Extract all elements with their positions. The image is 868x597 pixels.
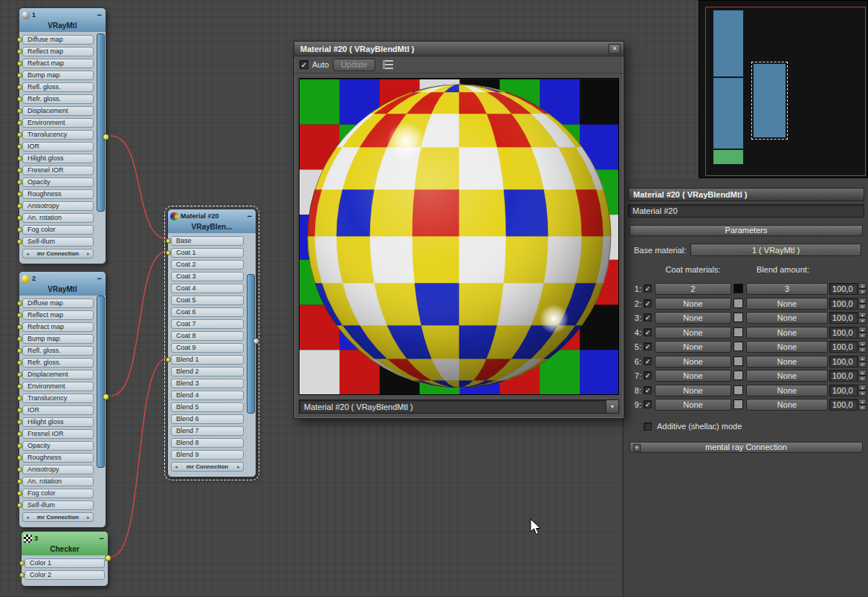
input-socket[interactable] (17, 192, 22, 197)
blend-amount-field[interactable]: 100,0 (829, 341, 858, 353)
coat-material-button-8[interactable]: None (655, 385, 731, 397)
spinner-up-icon[interactable]: ▲ (858, 370, 867, 376)
slot-coat-8[interactable]: Coat 8 (171, 331, 244, 341)
color-swatch[interactable] (733, 327, 743, 337)
coat-enable-checkbox[interactable]: ✓ (644, 371, 652, 379)
blend-amount-field[interactable]: 100,0 (829, 385, 858, 397)
input-socket[interactable] (17, 384, 22, 389)
minimap-node-rect[interactable] (713, 10, 744, 77)
slot-reflect-map[interactable]: Reflect map (22, 310, 94, 320)
slot-refr-gloss[interactable]: Refr. gloss. (22, 358, 94, 368)
output-socket[interactable] (103, 134, 109, 140)
coat-material-button-7[interactable]: None (655, 370, 731, 382)
input-socket[interactable] (17, 431, 22, 437)
coat-enable-checkbox[interactable]: ✓ (644, 357, 652, 365)
base-material-button[interactable]: 1 ( VRayMtl ) (690, 244, 861, 256)
connection-wire[interactable] (111, 358, 168, 557)
blend-material-button-4[interactable]: None (746, 327, 828, 339)
panel-titlebar[interactable]: Material #20 ( VRayBlendMtl ) (628, 188, 864, 201)
blend-material-button-8[interactable]: None (746, 385, 828, 397)
slot-blend-3[interactable]: Blend 3 (171, 379, 244, 388)
chevron-down-icon[interactable]: ▼ (606, 400, 618, 413)
slot-ior[interactable]: IOR (22, 142, 94, 151)
slot-blend-2[interactable]: Blend 2 (171, 367, 244, 376)
spinner-up-icon[interactable]: ▲ (858, 356, 867, 362)
slot-refract-map[interactable]: Refract map (22, 322, 94, 332)
coat-material-button-3[interactable]: None (655, 312, 731, 324)
input-socket[interactable] (19, 572, 25, 578)
options-icon[interactable] (383, 60, 393, 69)
slot-bump-map[interactable]: Bump map (22, 334, 94, 344)
color-swatch[interactable] (733, 298, 743, 308)
color-swatch[interactable] (733, 284, 743, 293)
input-socket[interactable] (17, 49, 22, 54)
slot-blend-7[interactable]: Blend 7 (171, 426, 244, 436)
slot-coat-7[interactable]: Coat 7 (171, 319, 244, 329)
slot-self-illum[interactable]: Self-illum (22, 500, 94, 510)
spinner-up-icon[interactable]: ▲ (858, 312, 867, 318)
input-socket[interactable] (166, 238, 171, 244)
slot-displacement[interactable]: Displacement (22, 370, 94, 379)
spinner-down-icon[interactable]: ▼ (858, 318, 867, 324)
mr-connection-slot[interactable]: ◄mr Connection► (171, 462, 244, 472)
slot-environment[interactable]: Environment (22, 118, 94, 128)
navigator-minimap[interactable] (699, 0, 868, 178)
blend-amount-field[interactable]: 100,0 (829, 312, 858, 324)
slot-coat-9[interactable]: Coat 9 (171, 343, 244, 353)
slot-anisotropy[interactable]: Anisotropy (22, 465, 94, 474)
slot-hilight-gloss[interactable]: Hilight gloss (22, 417, 94, 427)
blend-amount-field[interactable]: 100,0 (829, 356, 858, 368)
spinner-up-icon[interactable]: ▲ (858, 327, 867, 333)
node-checker-3[interactable]: 3−CheckerColor 1Color 2 (21, 531, 108, 587)
spinner-down-icon[interactable]: ▼ (858, 391, 867, 397)
coat-enable-checkbox[interactable]: ✓ (644, 386, 652, 394)
slot-opacity[interactable]: Opacity (22, 441, 94, 451)
slot-blend-9[interactable]: Blend 9 (171, 450, 244, 460)
input-socket[interactable] (17, 443, 22, 448)
mr-connection-slot[interactable]: ◄mr Connection► (22, 512, 94, 522)
input-socket[interactable] (17, 348, 22, 353)
spinner-down-icon[interactable]: ▼ (858, 347, 867, 353)
slot-opacity[interactable]: Opacity (22, 177, 94, 187)
slot-refl-gloss[interactable]: Refl. gloss. (22, 346, 94, 356)
input-socket[interactable] (17, 215, 22, 221)
input-socket[interactable] (17, 61, 22, 66)
coat-enable-checkbox[interactable]: ✓ (644, 313, 652, 322)
node-header[interactable]: 2−VRayMtl (19, 272, 106, 296)
slot-ior[interactable]: IOR (22, 405, 94, 415)
slot-roughness[interactable]: Roughness (22, 453, 94, 463)
blend-amount-field[interactable]: 100,0 (829, 298, 858, 310)
coat-material-button-5[interactable]: None (655, 341, 731, 353)
spinner-down-icon[interactable]: ▼ (858, 376, 867, 382)
color-swatch[interactable] (733, 399, 743, 409)
mr-connection-slot[interactable]: ◄mr Connection► (22, 249, 94, 258)
slot-blend-1[interactable]: Blend 1 (171, 355, 244, 365)
slate-material-editor-canvas[interactable]: 1−VRayMtlDiffuse mapReflect mapRefract m… (0, 0, 868, 597)
collapse-icon[interactable]: − (96, 275, 103, 282)
coat-material-button-1[interactable]: 2 (655, 283, 731, 295)
slot-coat-2[interactable]: Coat 2 (171, 260, 244, 270)
slot-anisotropy[interactable]: Anisotropy (22, 201, 94, 211)
slot-environment[interactable]: Environment (22, 382, 94, 391)
input-socket[interactable] (17, 408, 22, 413)
blend-amount-field[interactable]: 100,0 (829, 283, 858, 295)
node-header[interactable]: Material #20−VRayBlen... (168, 209, 256, 233)
spinner-up-icon[interactable]: ▲ (858, 341, 867, 347)
input-socket[interactable] (17, 301, 22, 306)
slot-fog-color[interactable]: Fog color (22, 225, 94, 235)
coat-material-button-9[interactable]: None (655, 399, 731, 411)
collapse-icon[interactable]: − (96, 12, 103, 19)
input-socket[interactable] (17, 73, 22, 78)
blend-amount-field[interactable]: 100,0 (829, 370, 858, 382)
preview-window-titlebar[interactable]: Material #20 ( VRayBlendMtl ) ✕ (294, 42, 624, 56)
input-socket[interactable] (17, 37, 22, 42)
blend-material-button-3[interactable]: None (746, 312, 828, 324)
coat-enable-checkbox[interactable]: ✓ (644, 299, 652, 307)
connection-wire[interactable] (111, 136, 168, 239)
input-socket[interactable] (17, 203, 22, 209)
input-socket[interactable] (17, 479, 22, 484)
input-socket[interactable] (17, 227, 22, 232)
blend-amount-field[interactable]: 100,0 (829, 399, 858, 411)
input-socket[interactable] (17, 85, 22, 90)
update-button[interactable]: Update (333, 59, 375, 71)
